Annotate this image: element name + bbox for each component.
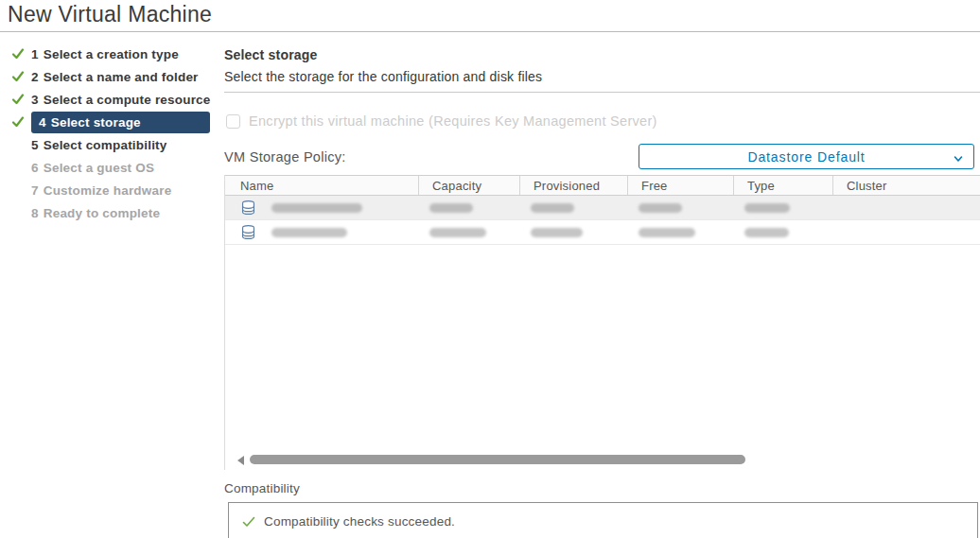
step-label: 6Select a guest OS [31, 161, 154, 175]
sidebar-step-5[interactable]: 5Select compatibility [0, 133, 224, 156]
step-label: 4Select storage [31, 112, 210, 133]
step-label: 2Select a name and folder [31, 70, 199, 84]
encrypt-checkbox[interactable] [226, 114, 240, 129]
section-subtitle: Select the storage for the configuration… [224, 69, 542, 84]
sidebar-step-3[interactable]: 3Select a compute resource [0, 88, 224, 111]
datastore-table: Name Capacity Provisioned Free Type Clus… [224, 175, 980, 470]
redacted-type [744, 203, 790, 213]
redacted-type [744, 228, 789, 237]
step-label: 3Select a compute resource [31, 93, 211, 107]
chevron-down-icon [953, 151, 964, 163]
success-check-icon [242, 515, 255, 529]
sidebar-step-1[interactable]: 1Select a creation type [0, 43, 224, 65]
check-icon [11, 93, 25, 106]
redacted-provisioned [531, 203, 574, 213]
wizard-content: Select storage Select the storage for th… [224, 0, 980, 538]
table-row[interactable] [225, 220, 980, 245]
sidebar-step-8[interactable]: 8Ready to complete [0, 201, 224, 224]
new-vm-wizard: New Virtual Machine 1Select a creation t… [0, 0, 980, 538]
sidebar-step-6[interactable]: 6Select a guest OS [0, 156, 224, 179]
redacted-free [639, 228, 695, 237]
step-label: 8Ready to complete [31, 206, 160, 220]
horizontal-scrollbar[interactable] [225, 455, 980, 466]
vm-storage-policy-label: VM Storage Policy: [224, 149, 346, 165]
check-icon [11, 115, 25, 129]
datastore-icon [240, 224, 256, 240]
section-heading: Select storage [224, 47, 318, 62]
step-label: 1Select a creation type [31, 47, 179, 61]
column-header-type[interactable]: Type [733, 176, 832, 195]
column-header-name[interactable]: Name [225, 176, 418, 195]
check-icon [11, 70, 25, 83]
column-header-capacity[interactable]: Capacity [418, 176, 519, 195]
redacted-name [271, 228, 347, 237]
sidebar-step-2[interactable]: 2Select a name and folder [0, 65, 224, 88]
table-row[interactable] [225, 196, 980, 220]
vm-storage-policy-dropdown[interactable]: Datastore Default [639, 144, 974, 169]
scroll-left-arrow-icon[interactable] [237, 456, 244, 465]
encrypt-vm-option: Encrypt this virtual machine (Requires K… [226, 113, 657, 129]
page-title: New Virtual Machine [8, 2, 212, 27]
redacted-free [639, 203, 682, 213]
sidebar-step-4[interactable]: 4Select storage [0, 111, 224, 133]
redacted-capacity [429, 228, 486, 237]
compatibility-label: Compatibility [224, 481, 300, 495]
step-label: 7Customize hardware [31, 183, 171, 198]
compatibility-panel: Compatibility checks succeeded. [228, 502, 978, 538]
column-header-cluster[interactable]: Cluster [832, 176, 980, 195]
dropdown-selected-value: Datastore Default [747, 149, 865, 165]
scrollbar-thumb[interactable] [250, 455, 745, 464]
redacted-name [271, 203, 362, 213]
column-header-free[interactable]: Free [627, 176, 733, 195]
check-icon [11, 47, 25, 61]
table-header: Name Capacity Provisioned Free Type Clus… [225, 175, 980, 196]
step-label: 5Select compatibility [31, 138, 167, 152]
encrypt-checkbox-label: Encrypt this virtual machine (Requires K… [249, 113, 657, 129]
compatibility-message: Compatibility checks succeeded. [264, 514, 455, 529]
redacted-provisioned [531, 228, 583, 237]
column-header-provisioned[interactable]: Provisioned [519, 176, 627, 195]
redacted-capacity [429, 203, 473, 213]
wizard-steps-sidebar: 1Select a creation type 2Select a name a… [0, 43, 224, 224]
sidebar-step-7[interactable]: 7Customize hardware [0, 179, 224, 201]
divider [224, 92, 980, 93]
datastore-icon [240, 200, 256, 216]
